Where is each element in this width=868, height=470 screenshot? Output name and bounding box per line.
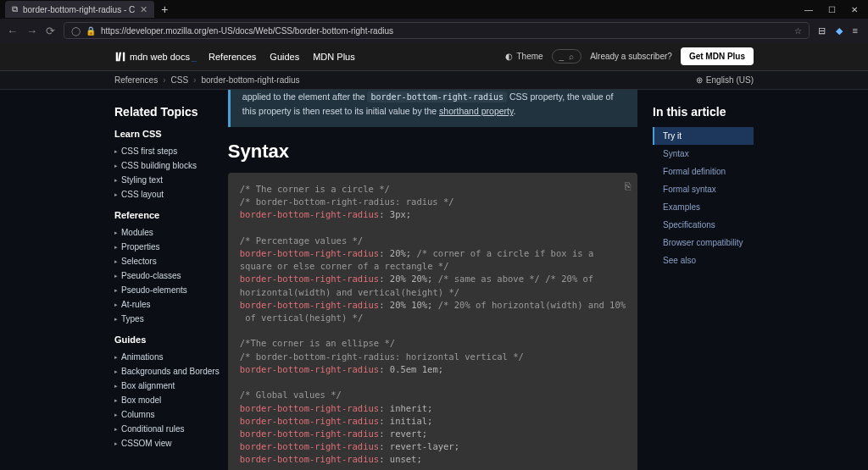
sidebar-item-label: Properties — [121, 242, 160, 252]
locale-switcher[interactable]: ⊕ English (US) — [696, 75, 754, 85]
chevron-right-icon: ▸ — [114, 287, 118, 294]
subscriber-link[interactable]: Already a subscriber? — [590, 52, 672, 61]
sidebar-group-title: Reference — [114, 210, 228, 220]
extension-icon[interactable]: ⊟ — [818, 25, 826, 36]
nav-references[interactable]: References — [209, 52, 256, 62]
sidebar-group-title: Guides — [114, 335, 228, 345]
sidebar-item-label: Backgrounds and Borders — [121, 367, 220, 376]
sidebar-item-label: Styling text — [121, 175, 163, 185]
main-layout: Related Topics Learn CSS▸CSS first steps… — [0, 90, 868, 470]
tab-favicon: ⧉ — [12, 4, 18, 14]
sidebar-item-label: Pseudo-classes — [121, 271, 181, 280]
theme-toggle[interactable]: ◐ Theme — [505, 52, 542, 61]
breadcrumb-css[interactable]: CSS — [170, 75, 188, 85]
chevron-right-icon: ▸ — [114, 191, 118, 198]
chevron-right-icon: ▸ — [114, 258, 118, 265]
mdn-logo-icon — [114, 51, 126, 63]
sidebar-item[interactable]: ▸At-rules — [114, 297, 228, 312]
toc-item[interactable]: See also — [653, 252, 754, 269]
sidebar-item[interactable]: ▸Types — [114, 312, 228, 326]
toc-item[interactable]: Formal syntax — [653, 180, 754, 198]
toc-title: In this article — [653, 105, 754, 119]
sidebar-item-label: Selectors — [121, 257, 157, 266]
chevron-right-icon: ▸ — [114, 273, 118, 279]
toc-item[interactable]: Syntax — [653, 145, 754, 163]
note-text: . — [513, 106, 515, 116]
toc-item[interactable]: Specifications — [653, 216, 754, 234]
bookmark-icon[interactable]: ☆ — [794, 26, 802, 36]
close-window-button[interactable]: ✕ — [851, 5, 858, 14]
browser-tab[interactable]: ⧉ border-bottom-right-radius - C ✕ — [5, 1, 154, 18]
sidebar-item-label: Pseudo-elements — [121, 285, 187, 295]
sidebar-item[interactable]: ▸Selectors — [114, 254, 228, 268]
sidebar-item[interactable]: ▸Styling text — [114, 173, 228, 187]
toc-item[interactable]: Examples — [653, 198, 754, 216]
nav-guides[interactable]: Guides — [270, 52, 299, 62]
locale-label: English (US) — [706, 75, 754, 85]
sidebar-item[interactable]: ▸Columns — [114, 407, 228, 422]
chevron-right-icon: ▸ — [114, 383, 118, 390]
maximize-button[interactable]: ☐ — [828, 5, 836, 14]
sidebar-item-label: Modules — [121, 228, 153, 237]
chevron-right-icon: ▸ — [114, 426, 118, 433]
reload-button[interactable]: ⟳ — [46, 25, 55, 37]
chevron-right-icon: ▸ — [114, 440, 118, 447]
shorthand-property-link[interactable]: shorthand property — [439, 106, 513, 116]
sidebar-item-label: CSSOM view — [121, 439, 171, 448]
sidebar-item[interactable]: ▸CSS building blocks — [114, 158, 228, 173]
mdn-nav: References Guides MDN Plus — [209, 52, 355, 62]
window-controls: — ☐ ✕ — [804, 5, 863, 14]
shield-icon: ◯ — [71, 26, 81, 36]
code-block: ⎘ /* The corner is a circle *//* border-… — [228, 173, 637, 470]
sidebar-item-label: Types — [121, 314, 144, 323]
mdn-header: mdn web docs _ References Guides MDN Plu… — [0, 42, 868, 71]
url-text: https://developer.mozilla.org/en-US/docs… — [101, 26, 393, 36]
chevron-right-icon: ▸ — [114, 354, 118, 361]
sidebar-item[interactable]: ▸Modules — [114, 225, 228, 240]
note-text: applied to the element after the — [242, 91, 368, 102]
sidebar-item[interactable]: ▸Properties — [114, 240, 228, 254]
sidebar-item[interactable]: ▸Box model — [114, 393, 228, 407]
sidebar-item-label: CSS first steps — [121, 147, 177, 156]
back-button[interactable]: ← — [7, 25, 18, 37]
url-input[interactable]: ◯ 🔒 https://developer.mozilla.org/en-US/… — [64, 22, 810, 39]
sidebar-item[interactable]: ▸Pseudo-elements — [114, 283, 228, 297]
sidebar-item[interactable]: ▸Backgrounds and Borders — [114, 364, 228, 379]
sidebar-item[interactable]: ▸Animations — [114, 350, 228, 364]
sidebar-item-label: At-rules — [121, 300, 150, 309]
sidebar-item[interactable]: ▸Pseudo-classes — [114, 268, 228, 283]
close-icon[interactable]: ✕ — [140, 4, 147, 15]
copy-button[interactable]: ⎘ — [625, 180, 631, 194]
minimize-button[interactable]: — — [804, 5, 813, 14]
new-tab-button[interactable]: + — [154, 3, 175, 16]
browser-chrome: ⧉ border-bottom-right-radius - C ✕ + — ☐… — [0, 0, 868, 42]
search-input[interactable]: _ ⌕ — [552, 49, 582, 64]
sidebar-item[interactable]: ▸Conditional rules — [114, 422, 228, 436]
toc-item[interactable]: Try it — [653, 127, 754, 145]
tab-title: border-bottom-right-radius - C — [23, 5, 135, 14]
sidebar-item[interactable]: ▸CSSOM view — [114, 436, 228, 451]
breadcrumb-references[interactable]: References — [114, 75, 158, 85]
forward-button[interactable]: → — [26, 25, 37, 37]
sidebar-item-label: CSS building blocks — [121, 161, 197, 170]
chevron-right-icon: ▸ — [114, 412, 118, 418]
breadcrumb: References › CSS › border-bottom-right-r… — [0, 71, 868, 90]
sidebar-item[interactable]: ▸CSS first steps — [114, 144, 228, 158]
url-bar: ← → ⟳ ◯ 🔒 https://developer.mozilla.org/… — [0, 19, 868, 42]
get-plus-button[interactable]: Get MDN Plus — [681, 47, 754, 65]
toc-item[interactable]: Browser compatibility — [653, 234, 754, 252]
nav-plus[interactable]: MDN Plus — [313, 52, 355, 62]
sidebar-item[interactable]: ▸Box alignment — [114, 379, 228, 393]
sidebar-item-label: Columns — [121, 410, 154, 419]
theme-label: Theme — [516, 52, 542, 61]
sidebar-item-label: CSS layout — [121, 190, 164, 199]
mdn-logo[interactable]: mdn web docs _ — [114, 51, 197, 63]
menu-icon[interactable]: ≡ — [853, 25, 858, 36]
search-placeholder: _ — [559, 52, 565, 61]
toc-item[interactable]: Formal definition — [653, 163, 754, 180]
account-icon[interactable]: ◆ — [836, 25, 843, 36]
chevron-right-icon: › — [188, 75, 201, 85]
breadcrumb-current: border-bottom-right-radius — [201, 75, 299, 85]
sidebar-item[interactable]: ▸CSS layout — [114, 187, 228, 202]
sidebar-group-title: Learn CSS — [114, 129, 228, 139]
